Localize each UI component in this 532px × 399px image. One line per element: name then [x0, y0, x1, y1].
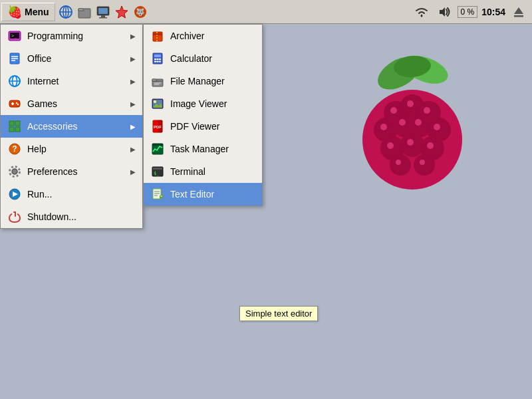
menu-item-shutdown[interactable]: Shutdown...	[1, 205, 142, 228]
preferences-label: Preferences	[27, 166, 125, 177]
eject-icon[interactable]	[511, 4, 527, 20]
submenu-item-pdf-viewer[interactable]: PDF PDF Viewer	[144, 115, 262, 138]
menu-item-preferences[interactable]: Preferences ▶	[1, 160, 142, 183]
menu-item-help[interactable]: ? Help ▶	[1, 138, 142, 160]
shutdown-label: Shutdown...	[27, 211, 136, 222]
submenu-item-text-editor[interactable]: Text Editor	[144, 183, 262, 205]
task-manager-icon	[150, 142, 165, 156]
accessories-icon	[7, 119, 22, 134]
svg-point-17	[407, 100, 414, 107]
terminal-label: Terminal	[170, 166, 205, 177]
svg-text:PDF: PDF	[154, 125, 162, 129]
task-manager-label: Task Manager	[170, 144, 229, 154]
pdf-viewer-icon: PDF	[150, 119, 165, 134]
svg-point-20	[399, 119, 406, 126]
svg-point-14	[390, 154, 411, 176]
clock: 10:54	[481, 7, 505, 17]
menu-item-accessories[interactable]: Accessories ▶	[1, 115, 142, 138]
browser-icon[interactable]	[58, 4, 74, 20]
svg-point-16	[390, 107, 397, 114]
tooltip-text: Simple text editor	[245, 309, 312, 319]
svg-rect-82	[159, 61, 161, 63]
programming-icon: >_	[7, 29, 22, 43]
svg-point-65	[12, 169, 17, 174]
menu-item-programming[interactable]: >_ Programming ▶	[1, 25, 142, 47]
run-label: Run...	[27, 189, 136, 200]
svg-point-15	[414, 154, 435, 176]
office-label: Office	[27, 53, 125, 64]
run-icon	[7, 187, 22, 201]
monitor-icon[interactable]	[95, 4, 111, 20]
desktop: 🍓 Menu	[0, 0, 532, 399]
svg-point-25	[427, 142, 434, 149]
svg-text:>_: >_	[11, 33, 17, 39]
svg-rect-79	[159, 59, 161, 60]
submenu-item-terminal[interactable]: $_ Terminal	[144, 160, 262, 183]
svg-rect-97	[153, 168, 162, 170]
submenu-item-task-manager[interactable]: Task Manager	[144, 138, 262, 160]
taskbar-right: 0 % 10:54	[412, 4, 533, 20]
preferences-arrow: ▶	[130, 168, 136, 176]
svg-rect-80	[154, 61, 156, 63]
svg-point-21	[415, 119, 422, 126]
menu-button[interactable]: 🍓 Menu	[1, 3, 55, 21]
svg-rect-95	[152, 144, 163, 146]
submenu-item-archiver[interactable]: Archiver	[144, 25, 262, 47]
svg-rect-78	[157, 59, 159, 60]
help-label: Help	[27, 144, 125, 154]
svg-point-19	[380, 124, 387, 130]
svg-marker-37	[116, 6, 128, 18]
svg-marker-41	[440, 7, 445, 17]
svg-point-24	[407, 139, 414, 146]
menu-item-internet[interactable]: Internet ▶	[1, 70, 142, 92]
calculator-icon	[150, 51, 165, 66]
star-icon[interactable]	[114, 4, 130, 20]
svg-point-57	[16, 102, 17, 104]
text-editor-icon	[150, 187, 165, 201]
svg-text:🐺: 🐺	[136, 7, 145, 17]
help-icon: ?	[7, 142, 22, 156]
menu-item-run[interactable]: Run...	[1, 183, 142, 205]
file-manager-icon	[150, 74, 165, 88]
wifi-icon[interactable]	[414, 4, 430, 20]
menu-item-games[interactable]: Games ▶	[1, 92, 142, 115]
accessories-submenu: Archiver Calculator	[143, 24, 263, 206]
calculator-label: Calculator	[170, 53, 212, 64]
menu-label: Menu	[25, 7, 49, 17]
terminal-icon: $_	[150, 164, 165, 179]
accessories-label: Accessories	[27, 121, 125, 132]
svg-marker-42	[514, 7, 523, 14]
games-icon	[7, 96, 22, 111]
taskbar: 🍓 Menu	[0, 0, 532, 24]
battery-percentage: 0 %	[461, 7, 475, 17]
submenu-item-image-viewer[interactable]: Image Viewer	[144, 92, 262, 115]
svg-point-40	[420, 15, 422, 17]
programming-label: Programming	[27, 31, 125, 41]
svg-rect-43	[514, 15, 523, 17]
filemanager-taskbar-icon[interactable]	[76, 4, 92, 20]
wolf-icon[interactable]: 🐺	[132, 4, 148, 20]
volume-icon[interactable]	[436, 4, 452, 20]
svg-rect-70	[15, 211, 16, 217]
svg-rect-62	[15, 127, 20, 132]
pdf-viewer-label: PDF Viewer	[170, 121, 219, 132]
svg-point-26	[396, 160, 401, 165]
menu-item-office[interactable]: Office ▶	[1, 47, 142, 70]
file-manager-label: File Manager	[170, 76, 225, 86]
office-icon	[7, 51, 22, 66]
svg-rect-59	[9, 121, 14, 126]
svg-rect-76	[154, 55, 161, 57]
svg-rect-34	[98, 8, 108, 14]
svg-rect-35	[101, 15, 105, 17]
svg-rect-36	[99, 17, 107, 19]
tooltip: Simple text editor	[239, 306, 318, 321]
svg-point-22	[434, 124, 440, 130]
internet-label: Internet	[27, 76, 125, 86]
programming-arrow: ▶	[130, 33, 136, 40]
svg-rect-81	[157, 61, 159, 63]
raspberry-icon: 🍓	[7, 5, 22, 19]
submenu-item-file-manager[interactable]: File Manager	[144, 70, 262, 92]
submenu-item-calculator[interactable]: Calculator	[144, 47, 262, 70]
svg-rect-61	[9, 127, 14, 132]
svg-point-89	[154, 100, 156, 103]
